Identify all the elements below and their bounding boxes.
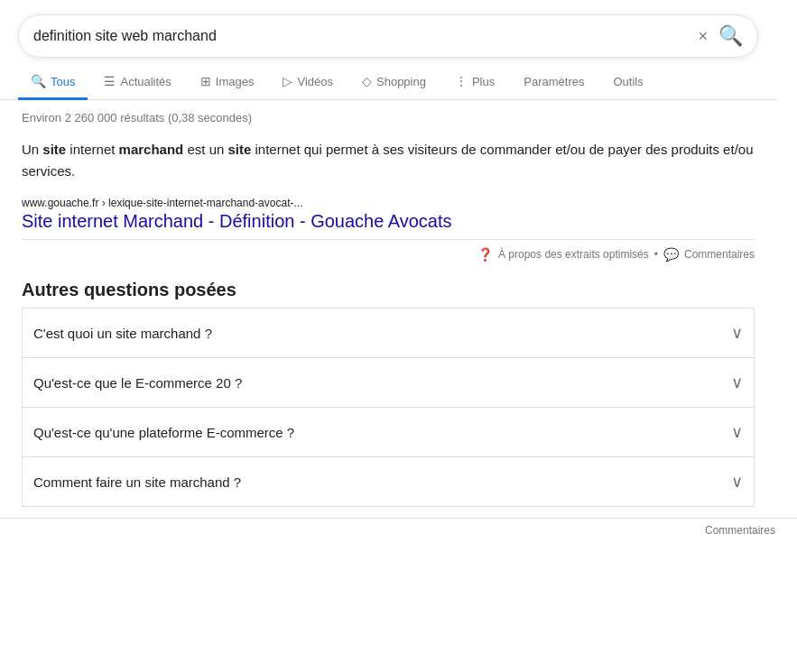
- tab-plus[interactable]: ⋮ Plus: [442, 65, 507, 100]
- tab-outils-label: Outils: [613, 75, 643, 88]
- search-input[interactable]: [33, 28, 698, 44]
- paa-item-1[interactable]: Qu'est-ce que le E-commerce 20 ? ∨: [22, 357, 755, 407]
- nav-tabs: 🔍 Tous ☰ Actualités ⊞ Images ▷ Vidéos ◇ …: [0, 58, 776, 100]
- tab-images[interactable]: ⊞ Images: [188, 65, 267, 100]
- bottom-commentaires[interactable]: Commentaires: [0, 518, 797, 542]
- comment-icon: 💬: [663, 247, 679, 262]
- tab-shopping[interactable]: ◇ Shopping: [349, 65, 439, 100]
- actualites-icon: ☰: [104, 74, 116, 88]
- tab-actualites[interactable]: ☰ Actualités: [91, 65, 183, 100]
- tab-tous-label: Tous: [51, 75, 75, 88]
- tab-shopping-label: Shopping: [376, 75, 426, 88]
- tab-outils[interactable]: Outils: [600, 66, 655, 100]
- bold-marchand: marchand: [119, 142, 184, 157]
- paa-title: Autres questions posées: [22, 280, 755, 300]
- bold-site-1: site: [42, 142, 66, 157]
- meta-dot: •: [654, 248, 658, 261]
- tab-parametres-label: Paramètres: [524, 75, 584, 88]
- shopping-icon: ◇: [362, 74, 372, 88]
- result-title[interactable]: Site internet Marchand - Définition - Go…: [22, 211, 755, 232]
- tab-plus-label: Plus: [472, 75, 495, 88]
- clear-icon[interactable]: ×: [698, 27, 708, 46]
- search-icon[interactable]: 🔍: [718, 24, 743, 48]
- tab-tous[interactable]: 🔍 Tous: [18, 65, 88, 100]
- featured-snippet: Un site internet marchand est un site in…: [22, 139, 755, 182]
- chevron-down-icon-2: ∨: [731, 422, 743, 442]
- tab-images-label: Images: [216, 75, 255, 88]
- paa-section: Autres questions posées C'est quoi un si…: [22, 280, 755, 507]
- bold-site-2: site: [227, 142, 251, 157]
- plus-icon: ⋮: [455, 74, 468, 88]
- about-icon: ❓: [477, 247, 493, 262]
- tab-actualites-label: Actualités: [120, 75, 171, 88]
- result-url: www.gouache.fr › lexique-site-internet-m…: [22, 197, 755, 209]
- paa-question-2: Qu'est-ce qu'une plateforme E-commerce ?: [33, 425, 294, 440]
- paa-item-0[interactable]: C'est quoi un site marchand ? ∨: [22, 308, 755, 357]
- paa-question-3: Comment faire un site marchand ?: [33, 474, 241, 490]
- tab-videos-label: Vidéos: [297, 75, 333, 88]
- paa-question-0: C'est quoi un site marchand ?: [33, 326, 212, 341]
- search-bar-container: × 🔍: [0, 0, 797, 58]
- comments-label[interactable]: Commentaires: [684, 248, 755, 261]
- images-icon: ⊞: [200, 74, 211, 88]
- chevron-down-icon-1: ∨: [731, 373, 743, 392]
- paa-item-3[interactable]: Comment faire un site marchand ? ∨: [22, 456, 755, 507]
- result-meta: ❓ À propos des extraits optimisés • 💬 Co…: [22, 239, 755, 262]
- videos-icon: ▷: [283, 74, 292, 88]
- snippet-text: Un site internet marchand est un site in…: [22, 139, 755, 182]
- tous-icon: 🔍: [31, 74, 46, 88]
- about-label[interactable]: À propos des extraits optimisés: [498, 248, 649, 261]
- search-bar: × 🔍: [18, 14, 758, 58]
- chevron-down-icon-3: ∨: [731, 472, 743, 492]
- results-count: Environ 2 260 000 résultats (0,38 second…: [22, 111, 755, 124]
- paa-question-1: Qu'est-ce que le E-commerce 20 ?: [33, 375, 242, 391]
- paa-item-2[interactable]: Qu'est-ce qu'une plateforme E-commerce ?…: [22, 407, 755, 456]
- tab-videos[interactable]: ▷ Vidéos: [270, 65, 346, 100]
- chevron-down-icon-0: ∨: [731, 323, 743, 343]
- main-content: Environ 2 260 000 résultats (0,38 second…: [0, 100, 776, 518]
- tab-parametres[interactable]: Paramètres: [511, 66, 597, 100]
